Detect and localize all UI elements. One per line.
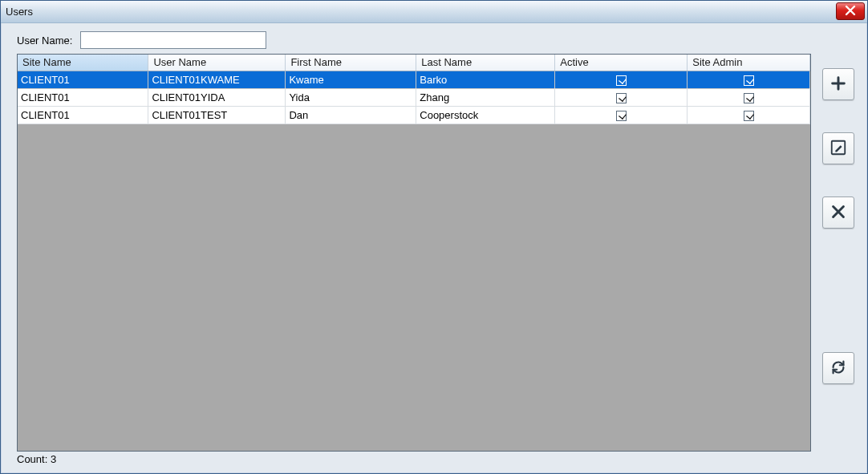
cell-site-name: CLIENT01 bbox=[18, 71, 148, 88]
cell-site-admin bbox=[688, 106, 810, 124]
cell-first-name: Yida bbox=[286, 88, 416, 106]
cell-site-name: CLIENT01 bbox=[18, 106, 148, 124]
cell-last-name: Zhang bbox=[416, 88, 555, 106]
cell-site-admin bbox=[688, 88, 810, 106]
row-count: Count: 3 bbox=[17, 453, 811, 465]
column-header-first-name[interactable]: First Name bbox=[286, 55, 416, 71]
cell-active bbox=[555, 88, 688, 106]
window-body: User Name: Site NameUser NameFirst NameL… bbox=[1, 23, 867, 473]
cell-user-name: CLIENT01TEST bbox=[148, 106, 286, 124]
count-value: 3 bbox=[51, 453, 56, 465]
refresh-slot bbox=[822, 352, 856, 384]
titlebar: Users bbox=[1, 1, 867, 23]
cell-active bbox=[555, 106, 688, 124]
checkbox-active[interactable] bbox=[616, 93, 627, 103]
checkbox-site-admin[interactable] bbox=[744, 111, 754, 121]
checkbox-site-admin[interactable] bbox=[744, 93, 754, 103]
column-header-last-name[interactable]: Last Name bbox=[416, 55, 555, 71]
add-button[interactable] bbox=[822, 68, 854, 100]
cell-site-name: CLIENT01 bbox=[18, 88, 148, 106]
table-row[interactable]: CLIENT01CLIENT01TESTDanCooperstock bbox=[18, 106, 810, 124]
user-name-filter-input[interactable] bbox=[80, 31, 266, 49]
checkbox-site-admin[interactable] bbox=[744, 75, 754, 86]
cell-site-admin bbox=[688, 71, 810, 88]
close-icon bbox=[845, 5, 856, 18]
filter-row: User Name: bbox=[17, 31, 811, 49]
cell-user-name: CLIENT01YIDA bbox=[148, 88, 286, 106]
column-header-active[interactable]: Active bbox=[555, 55, 688, 71]
cell-active bbox=[555, 71, 688, 88]
table-row[interactable]: CLIENT01CLIENT01YIDAYidaZhang bbox=[18, 88, 810, 106]
checkbox-active[interactable] bbox=[616, 75, 627, 86]
side-toolbar bbox=[822, 68, 856, 229]
column-header-site-name[interactable]: Site Name bbox=[18, 55, 148, 71]
table-header-row: Site NameUser NameFirst NameLast NameAct… bbox=[18, 55, 810, 71]
cell-last-name: Barko bbox=[416, 71, 555, 88]
refresh-icon bbox=[829, 359, 847, 379]
edit-button[interactable] bbox=[822, 132, 854, 164]
cell-first-name: Dan bbox=[286, 106, 416, 124]
x-icon bbox=[829, 203, 847, 223]
users-window: Users User Name: Site NameUser NameFirst… bbox=[0, 0, 868, 474]
close-button[interactable] bbox=[836, 2, 865, 20]
column-header-user-name[interactable]: User Name bbox=[148, 55, 286, 71]
users-grid[interactable]: Site NameUser NameFirst NameLast NameAct… bbox=[17, 54, 811, 452]
delete-button[interactable] bbox=[822, 196, 854, 229]
checkbox-active[interactable] bbox=[616, 111, 627, 121]
cell-first-name: Kwame bbox=[286, 71, 416, 88]
cell-user-name: CLIENT01KWAME bbox=[148, 71, 286, 88]
column-header-site-admin[interactable]: Site Admin bbox=[688, 55, 810, 71]
plus-icon bbox=[829, 75, 847, 95]
pencil-icon bbox=[829, 139, 847, 159]
user-name-filter-label: User Name: bbox=[17, 34, 72, 47]
cell-last-name: Cooperstock bbox=[416, 106, 555, 124]
count-label: Count: bbox=[17, 453, 47, 465]
window-title: Users bbox=[6, 6, 33, 18]
table-row[interactable]: CLIENT01CLIENT01KWAMEKwameBarko bbox=[18, 71, 810, 88]
users-table: Site NameUser NameFirst NameLast NameAct… bbox=[18, 55, 810, 124]
refresh-button[interactable] bbox=[822, 352, 854, 384]
